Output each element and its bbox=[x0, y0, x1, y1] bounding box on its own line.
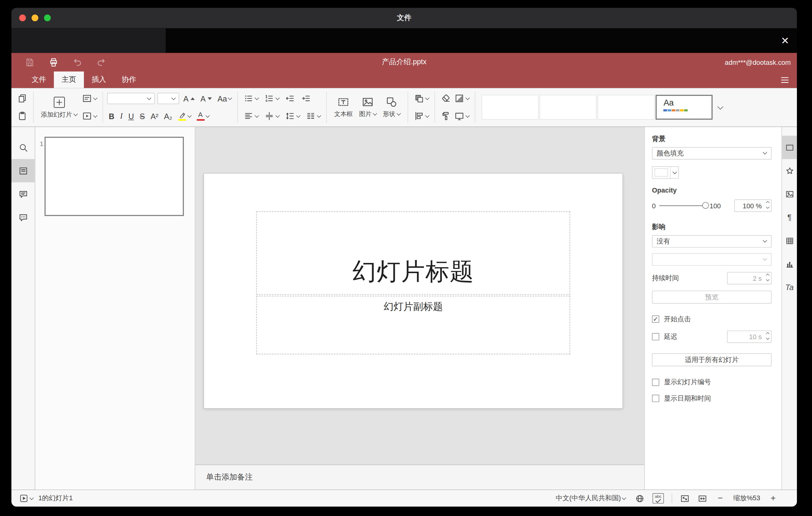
theme-slot-1[interactable] bbox=[482, 95, 539, 120]
effect-select[interactable]: 没有 bbox=[652, 235, 772, 248]
spinner-arrows[interactable] bbox=[766, 333, 769, 340]
horizontal-align-button[interactable] bbox=[242, 110, 260, 122]
show-date-checkbox[interactable] bbox=[652, 395, 659, 402]
slide-canvas[interactable]: 幻灯片标题 幻灯片副标题 bbox=[195, 127, 644, 464]
underline-button[interactable]: U bbox=[127, 111, 136, 121]
toolbar-separator bbox=[408, 92, 408, 123]
spinner-arrows[interactable] bbox=[766, 202, 769, 208]
align-shapes-button[interactable] bbox=[412, 110, 431, 122]
preview-button[interactable]: 预览 bbox=[652, 291, 772, 304]
add-slide-button[interactable]: 添加幻灯片 bbox=[38, 90, 81, 124]
undo-button[interactable] bbox=[72, 57, 82, 67]
dialog-backdrop: ✕ bbox=[11, 28, 797, 53]
insert-shape-button[interactable]: 形状 bbox=[380, 90, 404, 124]
start-on-click-checkbox[interactable]: ✓ bbox=[652, 315, 659, 323]
spellcheck-button[interactable]: abc bbox=[652, 493, 664, 504]
increase-indent-button[interactable] bbox=[299, 92, 313, 105]
toolbar-separator bbox=[237, 92, 238, 123]
slide-thumbnail-1[interactable] bbox=[45, 137, 184, 216]
tab-home[interactable]: 主页 bbox=[54, 71, 84, 88]
tab-collaboration[interactable]: 协作 bbox=[114, 71, 144, 88]
paragraph-settings-tab[interactable]: ¶ bbox=[782, 205, 797, 229]
table-settings-tab[interactable] bbox=[782, 229, 797, 253]
subscript-button[interactable]: A₂ bbox=[163, 111, 174, 121]
save-button[interactable] bbox=[25, 57, 35, 67]
arrange-shapes-button[interactable] bbox=[412, 92, 431, 105]
start-slideshow-button[interactable] bbox=[80, 110, 98, 122]
decrease-indent-button[interactable] bbox=[284, 92, 297, 105]
comments-panel-button[interactable] bbox=[11, 182, 35, 206]
title-placeholder[interactable]: 幻灯片标题 bbox=[256, 211, 570, 295]
menu-button[interactable] bbox=[779, 74, 790, 85]
columns-button[interactable] bbox=[304, 110, 322, 122]
duration-spinner[interactable]: 2 s bbox=[727, 272, 772, 284]
font-size-combo[interactable] bbox=[157, 93, 179, 104]
bullets-button[interactable] bbox=[242, 92, 260, 105]
increase-font-button[interactable]: A bbox=[182, 93, 196, 104]
theme-gallery-expand-button[interactable] bbox=[714, 95, 727, 120]
theme-slot-selected[interactable]: Aa bbox=[656, 95, 713, 120]
slide-settings-tab[interactable] bbox=[782, 136, 797, 159]
zoom-out-button[interactable]: − bbox=[715, 493, 726, 504]
effect-type-select[interactable] bbox=[652, 253, 772, 266]
color-scheme-button[interactable] bbox=[453, 92, 471, 105]
fit-to-slide-button[interactable] bbox=[680, 493, 690, 503]
paste-button[interactable] bbox=[16, 110, 29, 122]
shape-settings-tab[interactable] bbox=[782, 159, 797, 182]
clear-style-button[interactable] bbox=[439, 92, 453, 105]
start-slideshow-status-button[interactable] bbox=[18, 492, 34, 504]
zoom-window-button[interactable] bbox=[44, 15, 51, 21]
spinner-arrows[interactable] bbox=[766, 274, 769, 281]
minimize-window-button[interactable] bbox=[31, 15, 38, 21]
bold-button[interactable]: B bbox=[107, 111, 116, 121]
insert-image-button[interactable]: 图片 bbox=[356, 90, 380, 124]
background-fill-select[interactable]: 颜色填充 bbox=[652, 147, 772, 160]
tab-insert[interactable]: 插入 bbox=[84, 71, 114, 88]
chat-panel-button[interactable] bbox=[11, 205, 35, 229]
opacity-spinner[interactable]: 100 % bbox=[734, 199, 772, 212]
slide-size-button[interactable] bbox=[453, 110, 471, 122]
highlight-color-button[interactable] bbox=[176, 111, 193, 122]
fit-to-width-button[interactable] bbox=[698, 493, 707, 503]
vertical-align-button[interactable] bbox=[263, 110, 281, 122]
slides-panel-button[interactable] bbox=[11, 159, 35, 182]
opacity-slider[interactable] bbox=[659, 205, 706, 206]
redo-button[interactable] bbox=[96, 57, 106, 67]
subtitle-placeholder[interactable]: 幻灯片副标题 bbox=[256, 296, 570, 354]
print-button[interactable] bbox=[49, 57, 59, 67]
italic-button[interactable]: I bbox=[118, 111, 124, 121]
copy-style-button[interactable] bbox=[439, 110, 453, 122]
line-spacing-button[interactable] bbox=[284, 110, 302, 122]
zoom-in-button[interactable]: + bbox=[768, 493, 778, 504]
opacity-slider-knob[interactable] bbox=[702, 202, 709, 209]
document-language-button[interactable] bbox=[635, 493, 645, 503]
delay-spinner[interactable]: 10 s bbox=[727, 331, 772, 343]
color-dropdown-arrow[interactable] bbox=[670, 167, 678, 178]
tab-file[interactable]: 文件 bbox=[24, 71, 54, 88]
decrease-font-button[interactable]: A bbox=[199, 93, 213, 104]
font-color-button[interactable]: A bbox=[195, 111, 210, 122]
close-window-button[interactable] bbox=[19, 15, 26, 21]
notes-area[interactable]: 单击添加备注 bbox=[195, 465, 644, 490]
copy-button[interactable] bbox=[16, 92, 29, 105]
theme-slot-2[interactable] bbox=[540, 95, 597, 120]
chart-settings-tab[interactable] bbox=[782, 252, 797, 276]
change-case-button[interactable]: Aa bbox=[216, 93, 233, 104]
image-settings-tab[interactable] bbox=[782, 182, 797, 206]
close-dialog-button[interactable]: ✕ bbox=[778, 34, 792, 48]
slide-surface[interactable]: 幻灯片标题 幻灯片副标题 bbox=[204, 173, 622, 408]
numbering-button[interactable] bbox=[263, 92, 281, 105]
search-panel-button[interactable] bbox=[11, 136, 35, 159]
theme-slot-3[interactable] bbox=[598, 95, 655, 120]
textart-settings-tab[interactable]: Ta bbox=[782, 276, 797, 299]
font-name-combo[interactable] bbox=[107, 93, 154, 104]
insert-textbox-button[interactable]: 文本框 bbox=[331, 90, 356, 124]
strikethrough-button[interactable]: S bbox=[138, 111, 147, 121]
show-slide-number-checkbox[interactable] bbox=[652, 379, 659, 386]
delay-checkbox[interactable] bbox=[652, 333, 659, 340]
apply-to-all-button[interactable]: 适用于所有幻灯片 bbox=[652, 353, 772, 366]
language-button[interactable]: 中文(中华人民共和国) bbox=[554, 492, 627, 504]
superscript-button[interactable]: A² bbox=[149, 111, 160, 121]
slide-layout-button[interactable] bbox=[80, 92, 98, 105]
background-color-button[interactable] bbox=[652, 166, 679, 179]
